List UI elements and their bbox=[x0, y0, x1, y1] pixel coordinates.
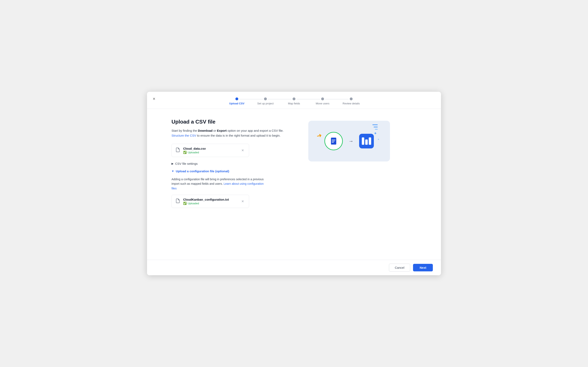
illus-line-3 bbox=[375, 129, 378, 130]
step-review-details[interactable]: Review details bbox=[337, 98, 365, 105]
structure-csv-link[interactable]: Structure the CSV bbox=[172, 134, 196, 137]
next-button[interactable]: Next bbox=[413, 264, 433, 271]
illus-line-2 bbox=[374, 127, 378, 127]
trello-col-1 bbox=[362, 137, 364, 145]
step-dot-review-details bbox=[350, 98, 353, 100]
step-label-map-fields: Map fields bbox=[288, 102, 300, 105]
config-description: Adding a configuration file will bring i… bbox=[172, 177, 269, 191]
trello-col-3 bbox=[369, 137, 371, 145]
close-button[interactable]: × bbox=[152, 96, 156, 102]
step-label-move-users: Move users bbox=[316, 102, 329, 105]
illus-inner: ➜ → bbox=[324, 132, 374, 150]
arrow-yellow-icon: ➜ bbox=[316, 131, 323, 140]
step-map-fields[interactable]: Map fields bbox=[280, 98, 308, 105]
config-status-text: Uploaded bbox=[188, 202, 199, 205]
config-check-icon: ✅ bbox=[183, 202, 187, 205]
step-upload-csv[interactable]: Upload CSV bbox=[223, 98, 251, 105]
csv-file-status: ✅ Uploaded bbox=[183, 151, 237, 154]
main-content: Upload a CSV file Start by finding the D… bbox=[147, 109, 441, 260]
csv-check-icon: ✅ bbox=[183, 151, 187, 154]
stepper: Upload CSV Set up project Map fields Mov… bbox=[147, 92, 441, 109]
illustration: ➜ → bbox=[308, 121, 390, 161]
csv-file-info: Cloud_data.csv ✅ Uploaded bbox=[183, 147, 237, 154]
sparkle-top-icon: ✦ bbox=[374, 131, 377, 136]
sparkle-bottom-icon: • bbox=[375, 148, 375, 150]
sparkle-right-icon: ✦ bbox=[377, 138, 380, 141]
csv-settings-label: CSV file settings bbox=[175, 162, 198, 165]
step-dot-set-up-project bbox=[264, 98, 267, 100]
step-set-up-project[interactable]: Set up project bbox=[251, 98, 280, 105]
intro-text: Start by finding the Download or Export … bbox=[172, 128, 290, 138]
illus-lines bbox=[372, 124, 378, 130]
step-label-upload-csv: Upload CSV bbox=[229, 102, 244, 105]
step-dot-map-fields bbox=[293, 98, 295, 100]
illus-line-1 bbox=[372, 124, 378, 125]
step-move-users[interactable]: Move users bbox=[308, 98, 337, 105]
sparkle-dot-icon: • bbox=[378, 145, 378, 146]
intro-text-part4: to ensure the data is in the right forma… bbox=[197, 134, 281, 137]
intro-text-part1: Start by finding the bbox=[172, 129, 198, 132]
doc-container: ➜ bbox=[324, 132, 343, 150]
cancel-button[interactable]: Cancel bbox=[389, 264, 410, 272]
svg-rect-2 bbox=[332, 141, 335, 142]
svg-rect-1 bbox=[332, 140, 336, 140]
step-dot-move-users bbox=[321, 98, 324, 100]
config-remove-button[interactable]: ✕ bbox=[240, 199, 245, 204]
csv-remove-button[interactable]: ✕ bbox=[240, 148, 245, 153]
config-file-icon bbox=[175, 198, 180, 205]
step-label-review-details: Review details bbox=[343, 102, 360, 105]
config-chevron-icon: ▼ bbox=[172, 170, 174, 173]
config-section-label: Upload a configuration file (optional) bbox=[176, 169, 229, 173]
csv-settings-toggle[interactable]: ▶ CSV file settings bbox=[172, 162, 198, 165]
trello-inner bbox=[362, 137, 371, 145]
csv-settings-chevron-icon: ▶ bbox=[172, 162, 173, 165]
doc-circle bbox=[324, 132, 343, 150]
footer: Cancel Next bbox=[147, 260, 441, 275]
config-section-toggle[interactable]: ▼ Upload a configuration file (optional) bbox=[172, 169, 229, 173]
intro-text-part3: option on your app and export a CSV file… bbox=[227, 129, 283, 132]
trello-container: ✦ ✦ • • bbox=[359, 134, 374, 149]
left-panel: Upload a CSV file Start by finding the D… bbox=[172, 119, 290, 253]
arrow-right-icon: → bbox=[348, 138, 354, 144]
csv-status-text: Uploaded bbox=[188, 151, 199, 154]
csv-file-icon bbox=[175, 147, 180, 154]
modal: × Upload CSV Set up project Map fields M… bbox=[147, 92, 441, 275]
intro-bold-export: Export bbox=[217, 129, 227, 132]
csv-file-card: Cloud_data.csv ✅ Uploaded ✕ bbox=[172, 144, 249, 157]
right-panel: ➜ → bbox=[306, 119, 392, 253]
csv-file-name: Cloud_data.csv bbox=[183, 147, 237, 150]
intro-bold-download: Download bbox=[198, 129, 213, 132]
intro-text-part2: or bbox=[213, 129, 217, 132]
svg-rect-3 bbox=[332, 142, 334, 143]
trello-col-2 bbox=[365, 140, 368, 145]
config-file-name: CloudKanban_configuration.txt bbox=[183, 198, 237, 201]
trello-icon bbox=[359, 134, 374, 149]
page-title: Upload a CSV file bbox=[172, 119, 290, 125]
step-dot-upload-csv bbox=[235, 98, 238, 100]
step-label-set-up-project: Set up project bbox=[257, 102, 274, 105]
config-file-status: ✅ Uploaded bbox=[183, 202, 237, 205]
config-file-card: CloudKanban_configuration.txt ✅ Uploaded… bbox=[172, 195, 249, 208]
config-file-info: CloudKanban_configuration.txt ✅ Uploaded bbox=[183, 198, 237, 205]
doc-svg-icon bbox=[329, 137, 338, 145]
